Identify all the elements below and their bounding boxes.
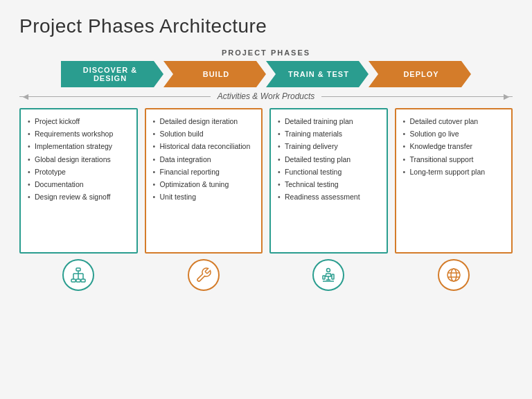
activities-label: Activities & Work Products	[211, 91, 322, 101]
col-box-deploy: Detailed cutover plan Solution go live K…	[395, 108, 513, 254]
list-item: Training materials	[278, 129, 380, 139]
arrow-right-icon: ►	[502, 91, 511, 102]
column-train: Detailed training plan Training material…	[269, 108, 388, 291]
list-item: Project kickoff	[28, 116, 130, 126]
list-item: Solution build	[153, 129, 255, 139]
columns-row: Project kickoff Requirements workshop Im…	[19, 108, 513, 291]
svg-rect-3	[81, 279, 85, 282]
icon-train	[312, 259, 344, 291]
tools-icon	[195, 267, 212, 283]
list-item: Global design iterations	[28, 154, 130, 164]
svg-point-15	[447, 269, 460, 281]
svg-rect-1	[71, 279, 76, 282]
arrow-left-icon: ◄	[21, 91, 30, 102]
list-item: Detailed design iteration	[153, 116, 255, 126]
list-item: Unit testing	[153, 192, 255, 202]
list-discover: Project kickoff Requirements workshop Im…	[28, 116, 130, 202]
list-item: Implementation strategy	[28, 141, 130, 151]
svg-point-16	[451, 269, 456, 281]
svg-rect-13	[332, 274, 334, 279]
icon-deploy	[438, 259, 470, 291]
list-build: Detailed design iteration Solution build…	[153, 116, 255, 202]
person-chart-icon	[320, 267, 337, 283]
main-title: Project Phases Architecture	[19, 15, 513, 37]
phase-build: BUILD	[163, 61, 266, 87]
col-box-train: Detailed training plan Training material…	[269, 108, 388, 254]
list-item: Solution go live	[403, 129, 505, 139]
list-item: Long-term support plan	[403, 167, 505, 177]
list-item: Knowledge transfer	[403, 141, 505, 151]
phase-deploy: DEPLOY	[369, 61, 471, 87]
svg-rect-12	[323, 276, 325, 279]
svg-rect-0	[76, 268, 80, 271]
svg-rect-2	[76, 279, 80, 282]
list-item: Detailed cutover plan	[403, 116, 505, 126]
list-train: Detailed training plan Training material…	[278, 116, 380, 202]
org-icon	[70, 267, 87, 283]
svg-point-9	[327, 269, 330, 272]
list-item: Technical testing	[278, 179, 380, 189]
list-item: Detailed testing plan	[278, 154, 380, 164]
col-box-build: Detailed design iteration Solution build…	[145, 108, 263, 254]
slide: Project Phases Architecture PROJECT PHAS…	[0, 0, 532, 399]
list-item: Prototype	[28, 167, 130, 177]
list-item: Readiness assessment	[278, 192, 380, 202]
icon-build	[188, 259, 220, 291]
list-item: Historical data reconciliation	[153, 141, 255, 151]
list-deploy: Detailed cutover plan Solution go live K…	[403, 116, 505, 177]
list-item: Optimization & tuning	[153, 179, 255, 189]
column-discover: Project kickoff Requirements workshop Im…	[19, 108, 138, 291]
list-item: Documentation	[28, 179, 130, 189]
list-item: Design review & signoff	[28, 192, 130, 202]
col-box-discover: Project kickoff Requirements workshop Im…	[19, 108, 138, 254]
list-item: Detailed training plan	[278, 116, 380, 126]
column-build: Detailed design iteration Solution build…	[145, 108, 263, 291]
phase-discover: DISCOVER &DESIGN	[61, 61, 163, 87]
column-deploy: Detailed cutover plan Solution go live K…	[395, 108, 513, 291]
activities-bar: ◄ Activities & Work Products ►	[19, 91, 513, 101]
list-item: Functional testing	[278, 167, 380, 177]
phases-label: PROJECT PHASES	[19, 48, 513, 57]
list-item: Financial reporting	[153, 167, 255, 177]
phase-train: TRAIN & TEST	[266, 61, 369, 87]
list-item: Requirements workshop	[28, 129, 130, 139]
list-item: Transitional support	[403, 154, 505, 164]
globe-icon	[445, 267, 462, 283]
list-item: Data integration	[153, 154, 255, 164]
icon-discover	[62, 259, 94, 291]
list-item: Training delivery	[278, 141, 380, 151]
phases-row: DISCOVER &DESIGN BUILD TRAIN & TEST DEPL…	[19, 61, 513, 87]
